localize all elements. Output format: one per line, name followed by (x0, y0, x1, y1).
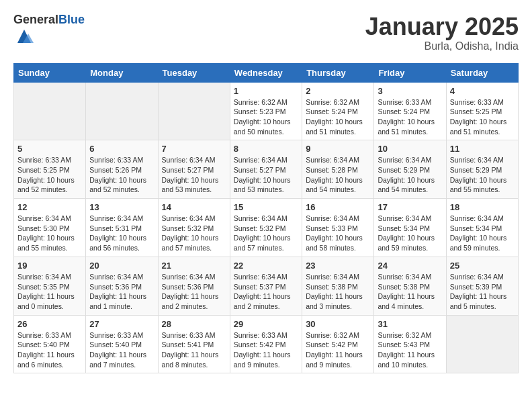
day-info: Sunrise: 6:33 AM Sunset: 5:24 PM Dayligh… (378, 97, 442, 137)
day-number: 12 (17, 202, 82, 212)
calendar-cell: 5Sunrise: 6:33 AM Sunset: 5:25 PM Daylig… (14, 140, 86, 199)
day-info: Sunrise: 6:34 AM Sunset: 5:29 PM Dayligh… (450, 155, 515, 195)
calendar-cell: 12Sunrise: 6:34 AM Sunset: 5:30 PM Dayli… (14, 199, 86, 257)
weekday-header-row: SundayMondayTuesdayWednesdayThursdayFrid… (14, 63, 519, 82)
day-info: Sunrise: 6:34 AM Sunset: 5:28 PM Dayligh… (306, 155, 370, 195)
calendar-cell: 22Sunrise: 6:34 AM Sunset: 5:37 PM Dayli… (230, 257, 302, 315)
calendar-cell: 16Sunrise: 6:34 AM Sunset: 5:33 PM Dayli… (302, 199, 374, 257)
day-number: 23 (306, 261, 370, 271)
calendar-cell: 3Sunrise: 6:33 AM Sunset: 5:24 PM Daylig… (374, 82, 446, 140)
calendar-cell: 21Sunrise: 6:34 AM Sunset: 5:36 PM Dayli… (158, 257, 230, 315)
calendar-cell: 25Sunrise: 6:34 AM Sunset: 5:39 PM Dayli… (446, 257, 518, 315)
week-row-2: 5Sunrise: 6:33 AM Sunset: 5:25 PM Daylig… (14, 140, 519, 199)
week-row-3: 12Sunrise: 6:34 AM Sunset: 5:30 PM Dayli… (14, 199, 519, 257)
day-info: Sunrise: 6:34 AM Sunset: 5:38 PM Dayligh… (306, 272, 370, 312)
day-info: Sunrise: 6:34 AM Sunset: 5:30 PM Dayligh… (17, 214, 82, 253)
day-number: 20 (89, 261, 154, 271)
calendar-cell: 14Sunrise: 6:34 AM Sunset: 5:32 PM Dayli… (158, 199, 230, 257)
weekday-header-wednesday: Wednesday (230, 63, 302, 82)
calendar-cell: 2Sunrise: 6:32 AM Sunset: 5:24 PM Daylig… (302, 82, 374, 140)
day-number: 26 (17, 319, 82, 329)
day-info: Sunrise: 6:34 AM Sunset: 5:38 PM Dayligh… (378, 272, 442, 312)
day-number: 19 (17, 261, 82, 271)
day-info: Sunrise: 6:34 AM Sunset: 5:27 PM Dayligh… (162, 155, 226, 195)
calendar-cell (446, 315, 518, 373)
day-info: Sunrise: 6:32 AM Sunset: 5:42 PM Dayligh… (306, 330, 370, 370)
day-info: Sunrise: 6:32 AM Sunset: 5:24 PM Dayligh… (306, 97, 370, 137)
day-number: 25 (450, 261, 515, 271)
day-info: Sunrise: 6:34 AM Sunset: 5:39 PM Dayligh… (450, 272, 515, 312)
day-info: Sunrise: 6:33 AM Sunset: 5:40 PM Dayligh… (89, 330, 154, 370)
day-number: 22 (234, 261, 298, 271)
day-number: 1 (234, 86, 298, 96)
day-info: Sunrise: 6:33 AM Sunset: 5:25 PM Dayligh… (450, 97, 515, 137)
day-number: 8 (234, 144, 298, 154)
day-number: 31 (378, 319, 442, 329)
calendar-cell: 6Sunrise: 6:33 AM Sunset: 5:26 PM Daylig… (86, 140, 158, 199)
day-info: Sunrise: 6:32 AM Sunset: 5:23 PM Dayligh… (234, 97, 298, 137)
calendar-cell: 20Sunrise: 6:34 AM Sunset: 5:36 PM Dayli… (86, 257, 158, 315)
day-info: Sunrise: 6:33 AM Sunset: 5:25 PM Dayligh… (17, 155, 82, 195)
calendar-cell: 15Sunrise: 6:34 AM Sunset: 5:32 PM Dayli… (230, 199, 302, 257)
day-number: 15 (234, 202, 298, 212)
day-number: 5 (17, 144, 82, 154)
day-number: 11 (450, 144, 515, 154)
day-info: Sunrise: 6:33 AM Sunset: 5:42 PM Dayligh… (234, 330, 298, 370)
page-header: GeneralBlue January 2025 Burla, Odisha, … (13, 13, 519, 52)
day-number: 7 (162, 144, 226, 154)
day-number: 30 (306, 319, 370, 329)
calendar-cell: 29Sunrise: 6:33 AM Sunset: 5:42 PM Dayli… (230, 315, 302, 373)
calendar-cell: 18Sunrise: 6:34 AM Sunset: 5:34 PM Dayli… (446, 199, 518, 257)
calendar-cell (86, 82, 158, 140)
day-number: 3 (378, 86, 442, 96)
day-number: 2 (306, 86, 370, 96)
day-number: 18 (450, 202, 515, 212)
week-row-4: 19Sunrise: 6:34 AM Sunset: 5:35 PM Dayli… (14, 257, 519, 315)
calendar-cell: 8Sunrise: 6:34 AM Sunset: 5:27 PM Daylig… (230, 140, 302, 199)
day-info: Sunrise: 6:34 AM Sunset: 5:29 PM Dayligh… (378, 155, 442, 195)
day-number: 21 (162, 261, 226, 271)
calendar-cell: 31Sunrise: 6:32 AM Sunset: 5:43 PM Dayli… (374, 315, 446, 373)
week-row-5: 26Sunrise: 6:33 AM Sunset: 5:40 PM Dayli… (14, 315, 519, 373)
logo-general: General (13, 13, 58, 26)
weekday-header-friday: Friday (374, 63, 446, 82)
weekday-header-tuesday: Tuesday (158, 63, 230, 82)
calendar-cell: 19Sunrise: 6:34 AM Sunset: 5:35 PM Dayli… (14, 257, 86, 315)
logo-icon (15, 27, 34, 46)
day-info: Sunrise: 6:34 AM Sunset: 5:27 PM Dayligh… (234, 155, 298, 195)
day-number: 28 (162, 319, 226, 329)
calendar-cell: 10Sunrise: 6:34 AM Sunset: 5:29 PM Dayli… (374, 140, 446, 199)
calendar-cell: 1Sunrise: 6:32 AM Sunset: 5:23 PM Daylig… (230, 82, 302, 140)
day-info: Sunrise: 6:34 AM Sunset: 5:32 PM Dayligh… (234, 214, 298, 253)
day-info: Sunrise: 6:33 AM Sunset: 5:26 PM Dayligh… (89, 155, 154, 195)
day-info: Sunrise: 6:34 AM Sunset: 5:34 PM Dayligh… (378, 214, 442, 253)
calendar-cell: 28Sunrise: 6:33 AM Sunset: 5:41 PM Dayli… (158, 315, 230, 373)
calendar-cell (158, 82, 230, 140)
calendar-cell: 13Sunrise: 6:34 AM Sunset: 5:31 PM Dayli… (86, 199, 158, 257)
day-number: 29 (234, 319, 298, 329)
calendar-cell: 11Sunrise: 6:34 AM Sunset: 5:29 PM Dayli… (446, 140, 518, 199)
day-number: 13 (89, 202, 154, 212)
logo: GeneralBlue (13, 13, 85, 48)
calendar-cell: 17Sunrise: 6:34 AM Sunset: 5:34 PM Dayli… (374, 199, 446, 257)
month-title: January 2025 (365, 13, 519, 40)
day-number: 27 (89, 319, 154, 329)
day-info: Sunrise: 6:32 AM Sunset: 5:43 PM Dayligh… (378, 330, 442, 370)
day-number: 10 (378, 144, 442, 154)
day-info: Sunrise: 6:34 AM Sunset: 5:37 PM Dayligh… (234, 272, 298, 312)
calendar-cell: 23Sunrise: 6:34 AM Sunset: 5:38 PM Dayli… (302, 257, 374, 315)
calendar-cell (14, 82, 86, 140)
day-info: Sunrise: 6:34 AM Sunset: 5:36 PM Dayligh… (162, 272, 226, 312)
day-number: 24 (378, 261, 442, 271)
day-info: Sunrise: 6:33 AM Sunset: 5:41 PM Dayligh… (162, 330, 226, 370)
day-number: 6 (89, 144, 154, 154)
day-info: Sunrise: 6:34 AM Sunset: 5:36 PM Dayligh… (89, 272, 154, 312)
day-info: Sunrise: 6:34 AM Sunset: 5:33 PM Dayligh… (306, 214, 370, 253)
calendar-cell: 27Sunrise: 6:33 AM Sunset: 5:40 PM Dayli… (86, 315, 158, 373)
day-info: Sunrise: 6:33 AM Sunset: 5:40 PM Dayligh… (17, 330, 82, 370)
calendar-cell: 7Sunrise: 6:34 AM Sunset: 5:27 PM Daylig… (158, 140, 230, 199)
logo-blue: Blue (58, 13, 85, 26)
calendar-cell: 9Sunrise: 6:34 AM Sunset: 5:28 PM Daylig… (302, 140, 374, 199)
calendar-cell: 24Sunrise: 6:34 AM Sunset: 5:38 PM Dayli… (374, 257, 446, 315)
weekday-header-saturday: Saturday (446, 63, 518, 82)
